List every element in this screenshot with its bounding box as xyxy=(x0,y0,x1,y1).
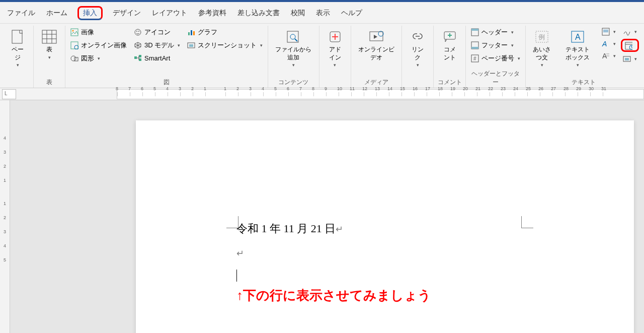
calendar-icon xyxy=(624,41,632,49)
smartart-icon xyxy=(134,54,142,62)
group-media: オンラインビデオ メディア xyxy=(351,26,402,88)
textbox-icon: A xyxy=(570,29,586,45)
group-links: リンク ▾ xyxy=(402,26,434,88)
svg-rect-19 xyxy=(191,30,192,35)
document-page[interactable]: 令和 1 年 11 月 21 日↵ ↵ ↑下の行に表示させてみましょう xyxy=(136,120,634,333)
footer-label: フッター xyxy=(481,41,508,50)
addins-label: アドイン xyxy=(327,46,344,61)
picture-icon xyxy=(70,28,78,36)
video-icon xyxy=(368,29,384,45)
tab-help[interactable]: ヘルプ xyxy=(340,7,363,20)
signature-button[interactable]: ▾ xyxy=(621,27,639,37)
svg-rect-32 xyxy=(471,29,478,31)
quick-parts-icon xyxy=(602,28,610,36)
chevron-down-icon: ▾ xyxy=(417,62,419,68)
shapes-label: 図形 xyxy=(81,54,94,63)
pages-button[interactable]: ページ ▾ xyxy=(5,27,30,70)
svg-point-24 xyxy=(290,34,295,39)
chart-label: グラフ xyxy=(198,28,217,37)
paragraph-mark-icon: ↵ xyxy=(236,248,244,258)
wordart-button[interactable]: A▾ xyxy=(600,39,618,49)
horizontal-ruler[interactable]: 8765432112345678910111213141516171819202… xyxy=(0,88,644,100)
icons-icon xyxy=(134,28,142,36)
tab-view[interactable]: 表示 xyxy=(315,7,331,20)
svg-point-13 xyxy=(136,31,137,32)
link-label: リンク xyxy=(409,46,426,61)
tab-file[interactable]: ファイル xyxy=(6,7,36,20)
tab-layout[interactable]: レイアウト xyxy=(151,7,188,20)
group-label-media: メディア xyxy=(354,76,398,87)
svg-point-10 xyxy=(71,56,76,61)
instruction-callout: ↑下の行に表示させてみましょう xyxy=(236,287,543,304)
header-button[interactable]: ヘッダー ▾ xyxy=(469,27,522,38)
chevron-down-icon: ▾ xyxy=(634,56,637,61)
ribbon: ページ ▾ 表 ▾ 表 画像 xyxy=(0,24,644,88)
svg-rect-16 xyxy=(139,55,141,57)
tab-selector[interactable] xyxy=(2,89,16,99)
svg-rect-15 xyxy=(134,56,137,59)
tab-insert[interactable]: 挿入 xyxy=(77,6,103,20)
smartart-label: SmartArt xyxy=(144,54,170,62)
tab-home[interactable]: ホーム xyxy=(45,7,68,20)
group-label-tables: 表 xyxy=(37,76,62,87)
chevron-down-icon: ▾ xyxy=(511,43,514,48)
table-button[interactable]: 表 ▾ xyxy=(37,27,62,62)
textbox-button[interactable]: A テキストボックス ▾ xyxy=(558,27,597,70)
date-time-button[interactable] xyxy=(621,39,639,52)
addins-button[interactable]: アドイン ▾ xyxy=(323,27,348,70)
greeting-button[interactable]: 例 あいさつ文 ▾ xyxy=(529,27,555,70)
add-from-file-label: ファイルから追加 xyxy=(275,46,311,61)
svg-rect-54 xyxy=(625,58,629,60)
screenshot-button[interactable]: スクリーンショット ▾ xyxy=(185,40,265,51)
online-pictures-button[interactable]: オンライン画像 xyxy=(68,40,129,51)
pictures-button[interactable]: 画像 xyxy=(68,27,129,38)
smartart-button[interactable]: SmartArt xyxy=(132,53,182,63)
svg-rect-0 xyxy=(12,30,22,43)
chevron-down-icon: ▾ xyxy=(48,55,51,60)
ruler-scale: 8765432112345678910111213141516171819202… xyxy=(117,89,644,99)
shapes-button[interactable]: 図形 ▾ xyxy=(68,53,129,64)
online-video-button[interactable]: オンラインビデオ xyxy=(354,27,398,63)
link-button[interactable]: リンク ▾ xyxy=(405,27,430,70)
footer-button[interactable]: フッター ▾ xyxy=(469,40,522,51)
group-label-comments: コメント xyxy=(437,76,462,87)
file-search-icon xyxy=(285,29,301,45)
chevron-down-icon: ▾ xyxy=(541,62,543,68)
chart-button[interactable]: グラフ xyxy=(185,27,265,38)
page-number-icon: # xyxy=(471,54,479,62)
page-scroll[interactable]: 令和 1 年 11 月 21 日↵ ↵ ↑下の行に表示させてみましょう xyxy=(10,100,644,333)
icons-button[interactable]: アイコン xyxy=(132,27,182,38)
page-number-button[interactable]: # ページ番号 ▾ xyxy=(469,53,522,64)
table-label: 表 xyxy=(46,46,52,54)
shapes-icon xyxy=(70,54,78,62)
group-label-content: コンテンツ xyxy=(271,76,315,87)
vertical-ruler[interactable]: 432112345 xyxy=(0,100,10,333)
pages-label: ページ xyxy=(9,46,26,61)
tab-mailings[interactable]: 差し込み文書 xyxy=(236,7,281,20)
group-content: ファイルから追加 ▾ コンテンツ xyxy=(268,26,319,88)
screenshot-label: スクリーンショット xyxy=(198,41,257,50)
add-from-file-button[interactable]: ファイルから追加 ▾ xyxy=(271,27,315,70)
object-button[interactable]: ▾ xyxy=(621,54,639,64)
signature-icon xyxy=(623,28,631,36)
chevron-down-icon: ▾ xyxy=(334,62,336,68)
tab-references[interactable]: 参考資料 xyxy=(197,7,227,20)
svg-rect-18 xyxy=(188,32,190,35)
textbox-label: テキストボックス xyxy=(562,46,593,61)
comment-button[interactable]: コメント xyxy=(437,27,462,63)
ribbon-tabs: ファイル ホーム 挿入 デザイン レイアウト 参考資料 差し込み文書 校閲 表示… xyxy=(0,2,644,24)
document-text-line1[interactable]: 令和 1 年 11 月 21 日 xyxy=(236,222,336,235)
svg-rect-1 xyxy=(42,30,56,43)
chevron-down-icon: ▾ xyxy=(17,62,19,68)
tab-review[interactable]: 校閲 xyxy=(290,7,306,20)
3d-models-button[interactable]: 3D モデル ▾ xyxy=(132,40,182,51)
quick-parts-button[interactable]: ▾ xyxy=(600,27,618,37)
3d-models-label: 3D モデル xyxy=(144,41,174,50)
comment-label: コメント xyxy=(441,46,458,61)
tab-design[interactable]: デザイン xyxy=(112,7,142,20)
drop-cap-button[interactable]: A▾ xyxy=(600,51,618,61)
header-label: ヘッダー xyxy=(481,28,508,37)
header-icon xyxy=(471,28,479,36)
online-picture-icon xyxy=(70,41,78,49)
drop-cap-icon: A xyxy=(602,52,610,60)
